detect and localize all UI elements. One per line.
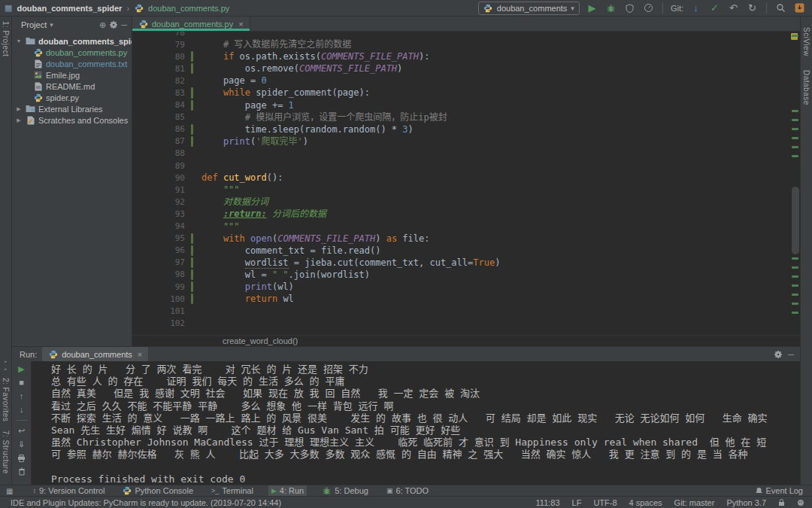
tool-button-structure[interactable]: 7: Structure: [2, 430, 10, 474]
code-line-82[interactable]: 82 page = 0: [132, 75, 800, 87]
code-line-100[interactable]: 100 return wl: [132, 293, 800, 305]
rerun-button[interactable]: ▶: [16, 364, 28, 374]
editor-tab[interactable]: douban_comments.py ×: [132, 17, 250, 31]
down-stack-trace-button[interactable]: ↓: [16, 405, 28, 415]
code-line-85[interactable]: 85 # 模拟用户浏览，设置一个爬虫间隔，防止ip被封: [132, 111, 800, 123]
main-menu-icon[interactable]: ▦: [5, 3, 12, 13]
git-update-button[interactable]: ↓: [689, 2, 702, 14]
print-button[interactable]: [16, 453, 28, 463]
expander-icon[interactable]: ▼: [15, 38, 23, 44]
code-line-99[interactable]: 99 print(wl): [132, 281, 800, 293]
breadcrumb-file[interactable]: douban_comments.py: [148, 4, 229, 13]
code-line-84[interactable]: 84 page += 1: [132, 99, 800, 111]
tree-item-external-libraries[interactable]: ▶External Libraries: [12, 103, 132, 114]
tool-window-button-event-log[interactable]: Event Log: [753, 485, 806, 497]
run-button[interactable]: ▶: [586, 2, 598, 14]
status-file-encoding[interactable]: UTF-8: [593, 498, 617, 507]
code-line-78[interactable]: 78: [132, 32, 800, 38]
tree-item-readme-md[interactable]: README.md: [12, 81, 132, 92]
coverage-button[interactable]: [623, 2, 636, 14]
gear-icon[interactable]: [109, 20, 118, 29]
tool-window-button-python-console[interactable]: Python Console: [120, 485, 196, 497]
status-message[interactable]: IDE and Plugin Updates: PyCharm is ready…: [11, 498, 536, 507]
tool-window-button-version-control[interactable]: ↕9: Version Control: [29, 485, 108, 497]
breadcrumb-project[interactable]: douban_comments_spider: [17, 4, 122, 13]
status-interpreter[interactable]: Python 3.7: [726, 498, 766, 507]
profiler-button[interactable]: [642, 2, 655, 14]
tool-stripe-icon[interactable]: ▪: [5, 366, 7, 373]
code-text: if os.path.exists(COMMENTS_FILE_PATH):: [201, 50, 429, 62]
run-config-select[interactable]: douban_comments ▾: [478, 2, 580, 15]
code-line-86[interactable]: 86 time.sleep(random.random() * 3): [132, 123, 800, 135]
code-line-92[interactable]: 92 对数据分词: [132, 196, 800, 208]
tool-window-button-todo[interactable]: ▣6: TODO: [383, 485, 432, 497]
status-line-separator[interactable]: LF: [572, 498, 582, 507]
expander-icon[interactable]: ▶: [15, 106, 23, 112]
close-icon[interactable]: ×: [238, 20, 243, 29]
tree-item-douban-comments-txt[interactable]: douban_comments.txt: [12, 58, 132, 69]
right-tool-stripe: SciView Database: [800, 17, 812, 485]
expander-icon[interactable]: ▶: [15, 117, 23, 123]
code-line-96[interactable]: 96 comment_txt = file.read(): [132, 245, 800, 257]
up-stack-trace-button[interactable]: ↑: [16, 391, 28, 401]
stop-button[interactable]: ■: [16, 378, 28, 388]
hide-panel-icon[interactable]: ─: [121, 20, 127, 29]
code-line-90[interactable]: 90def cut_word():: [132, 172, 800, 184]
tool-window-button-debug[interactable]: 5: Debug: [319, 485, 371, 497]
code-line-89[interactable]: 89: [132, 160, 800, 172]
project-panel-title[interactable]: Project: [21, 20, 47, 29]
code-line-93[interactable]: 93 :return: 分词后的数据: [132, 208, 800, 220]
code-line-91[interactable]: 91 """: [132, 184, 800, 196]
soft-wrap-button[interactable]: ↩: [16, 426, 28, 436]
tool-window-button-run[interactable]: ▶4: Run: [268, 485, 307, 497]
code-line-101[interactable]: 101: [132, 305, 800, 317]
tree-item-spider-py[interactable]: spider.py: [12, 92, 132, 103]
tree-item-douban-comments-spider[interactable]: ▼douban_comments_spider: [12, 35, 132, 47]
locate-file-icon[interactable]: ⊕: [99, 20, 106, 30]
code-line-79[interactable]: 79 # 写入数据前先清空之前的数据: [132, 38, 800, 50]
debug-button[interactable]: [604, 2, 617, 14]
git-refresh-button[interactable]: ↻: [746, 2, 759, 14]
tool-button-favorites[interactable]: 2: Favorites: [2, 378, 10, 421]
scroll-to-end-button[interactable]: ⇓: [16, 440, 28, 449]
search-everywhere-button[interactable]: [774, 2, 787, 14]
code-line-102[interactable]: 102: [132, 317, 800, 329]
code-line-88[interactable]: 88: [132, 148, 800, 160]
code-line-95[interactable]: 95 with open(COMMENTS_FILE_PATH) as file…: [132, 233, 800, 245]
ide-updates-icon[interactable]: [793, 2, 806, 14]
minimize-icon[interactable]: ─: [788, 350, 794, 359]
code-line-97[interactable]: 97 wordlist = jieba.cut(comment_txt, cut…: [132, 257, 800, 269]
tool-button-project[interactable]: 1: Project: [2, 21, 10, 56]
code-line-87[interactable]: 87 print('爬取完毕'): [132, 135, 800, 148]
run-settings-gear-icon[interactable]: [774, 350, 783, 359]
tool-window-switcher-icon[interactable]: ▦: [6, 487, 13, 495]
editor-scrollbar[interactable]: [792, 187, 799, 254]
tool-button-sciview[interactable]: SciView: [802, 27, 810, 56]
console-output[interactable]: 好 长 的 片 分 了 两次 看完 对 冗长 的 片 还是 招架 不力总 有些 …: [32, 361, 800, 485]
tree-item-scratches-and-consoles[interactable]: ▶Scratches and Consoles: [12, 114, 132, 126]
tree-item-douban-comments-py[interactable]: douban_comments.py: [12, 47, 132, 58]
status-caret-position[interactable]: 111:83: [536, 498, 560, 507]
code-line-80[interactable]: 80 if os.path.exists(COMMENTS_FILE_PATH)…: [132, 50, 800, 62]
close-icon[interactable]: ×: [138, 350, 142, 359]
code-text: # 写入数据前先清空之前的数据: [201, 38, 351, 50]
code-line-94[interactable]: 94 """: [132, 221, 800, 233]
tool-stripe-icon[interactable]: ▪: [5, 358, 7, 366]
tree-item-emile-jpg[interactable]: Emile.jpg: [12, 69, 132, 81]
status-git-branch[interactable]: Git: master: [674, 498, 715, 507]
git-commit-button[interactable]: ✓: [708, 2, 721, 14]
code-editor[interactable]: 7879 # 写入数据前先清空之前的数据80 if os.path.exists…: [132, 32, 800, 335]
tool-window-button-terminal[interactable]: >_Terminal: [208, 485, 256, 497]
clear-all-button[interactable]: [16, 467, 28, 476]
code-line-83[interactable]: 83 while spider_comment(page):: [132, 87, 800, 99]
git-rollback-button[interactable]: ↶: [727, 2, 740, 14]
status-indent-style[interactable]: 4 spaces: [629, 498, 662, 507]
lock-icon[interactable]: [778, 498, 785, 506]
tool-button-database[interactable]: Database: [802, 70, 810, 105]
code-line-81[interactable]: 81 os.remove(COMMENTS_FILE_PATH): [132, 62, 800, 75]
chevron-down-icon[interactable]: ▾: [50, 21, 53, 29]
breadcrumb-scope[interactable]: create_word_cloud(): [223, 336, 298, 345]
hector-icon[interactable]: [797, 499, 804, 506]
run-tab[interactable]: douban_comments ×: [42, 347, 148, 361]
code-line-98[interactable]: 98 wl = " ".join(wordlist): [132, 269, 800, 281]
